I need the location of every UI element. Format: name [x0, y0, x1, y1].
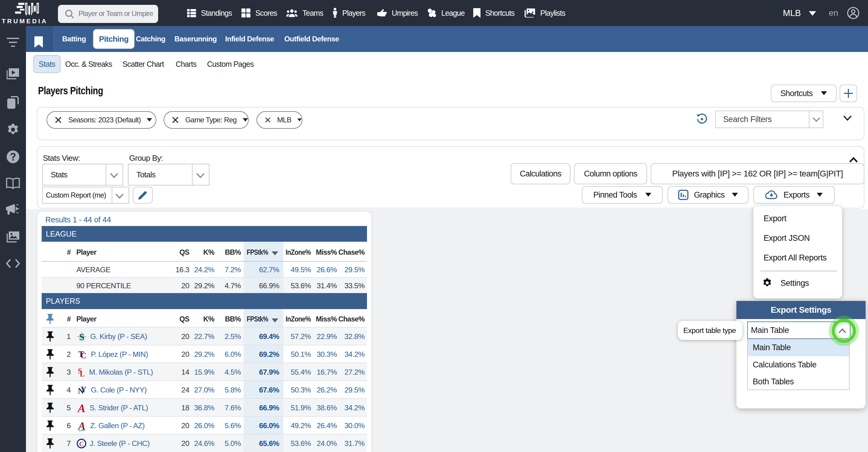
svg-text:L: L	[80, 370, 85, 378]
svg-text:Y: Y	[81, 385, 86, 394]
svg-text:S: S	[79, 331, 84, 342]
svg-text:A: A	[77, 402, 85, 413]
svg-text:A: A	[78, 420, 85, 431]
svg-text:T: T	[79, 349, 84, 359]
svg-text:C: C	[79, 440, 84, 448]
